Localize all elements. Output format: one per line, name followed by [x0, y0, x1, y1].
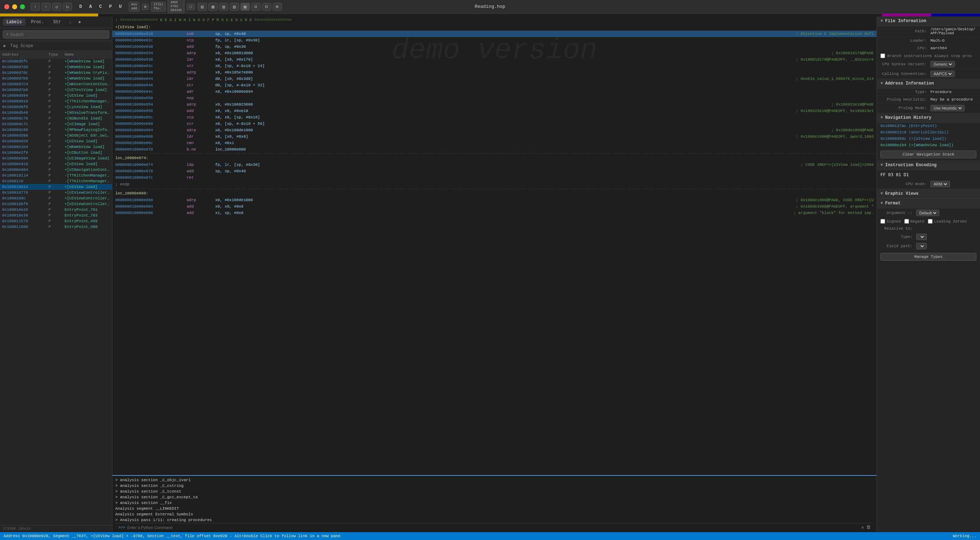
graphic-views-header[interactable]: ▼ Graphic Views — [877, 189, 980, 199]
nav-history-item[interactable]: 0x10000d59c (+[UIView load]) — [877, 135, 980, 142]
code-instruction[interactable]: 000000010000e068 ldr x8, [x8, #0x8] ; 0x… — [112, 133, 877, 140]
maximize-button[interactable] — [20, 4, 25, 9]
code-instruction[interactable]: 000000010000e050 nop — [112, 95, 877, 101]
label-table[interactable]: 0x10000d5fcP+[WKWebView load]0x10000d700… — [0, 59, 112, 525]
table-row[interactable]: 0x100011570PEntryPoint_459 — [0, 218, 112, 224]
argument-select[interactable]: Default — [918, 210, 937, 215]
code-instruction[interactable]: 000000010000e034 adrp x8, #0x10601d000 ;… — [112, 50, 877, 56]
file-info-header[interactable]: ▼ File Information — [877, 16, 980, 26]
table-row[interactable]: 0x10000dd88P+[NSObject bdr_swizz — [0, 133, 112, 138]
code-instruction[interactable]: 000000010000e060 str x0, [sp, #-0x10 + 5… — [112, 121, 877, 127]
console-clear-icon[interactable]: ✕ — [861, 525, 864, 530]
console-area[interactable]: > analysis section _C_objc_ivari> analys… — [112, 475, 877, 532]
table-row[interactable]: 0x100010dcP+[UIViewController lo — [0, 195, 112, 201]
table-row[interactable]: 0x10000d700P+[WKWebView load] — [0, 64, 112, 70]
table-row[interactable]: 0x10000dc80P+[MPNowPlayingInfoCer — [0, 127, 112, 133]
argument-select-wrap[interactable]: Default — [916, 210, 939, 216]
console-history-icon[interactable]: 🗑 — [866, 525, 871, 530]
code-instruction[interactable]: 000000010000e028 sub sp, sp, #0x40 ; Obj… — [112, 31, 877, 37]
table-row[interactable]: 0x10000db48P+[NSValueTransformer. — [0, 110, 112, 116]
toolbar-c-button[interactable]: C — [98, 4, 103, 9]
table-row[interactable]: 0x10000dc7cP+[UIImage load] — [0, 121, 112, 127]
nav-history-item[interactable]: 0x1000137ac (EntryPoint) — [877, 123, 980, 129]
table-row[interactable]: 0x10000e984P+[UINavigationContro — [0, 167, 112, 173]
table-row[interactable]: 0x10000e910P+[UIView load] — [0, 161, 112, 167]
code-instruction[interactable]: 000000010000e064 adrp x8, #0x108de1000 ;… — [112, 127, 877, 133]
layout-5-button[interactable]: ▩ — [240, 3, 250, 11]
search-input[interactable] — [10, 32, 106, 37]
nav-forward-button[interactable]: › — [41, 3, 51, 11]
addr-info-header[interactable]: ▼ Address Information — [877, 79, 980, 89]
close-button[interactable] — [4, 4, 9, 9]
grid-icon[interactable]: ⊞ — [142, 3, 149, 10]
code-instruction[interactable]: 000000010000e05c stp x8, x9, [sp, #0x18] — [112, 114, 877, 121]
leading-zeroes-checkbox[interactable] — [928, 219, 932, 224]
toolbar-p-button[interactable]: P — [107, 4, 113, 9]
func-icon[interactable]: 1f(b)f0u: — [151, 2, 165, 12]
table-row[interactable]: 0x10000dc78P+[NSBundle load] — [0, 116, 112, 121]
code-instruction[interactable]: 000000010000e084 add x0, x0, #0x8 ; 0x10… — [112, 203, 877, 210]
type-format-select-wrap[interactable] — [916, 233, 927, 240]
table-row[interactable]: 0x10000d70cP+[WKWebView tryFixWK — [0, 70, 112, 76]
table-row[interactable]: 0x10000d7p8P+[UITextView load] — [0, 87, 112, 93]
calling-conv-select[interactable]: AAPCS — [932, 71, 953, 76]
layout-8-button[interactable]: ⊞ — [273, 3, 282, 11]
nav-history-item[interactable]: 0x10000e1b4 (+[WKWebView load]) — [877, 142, 980, 148]
table-row[interactable]: 0x100010614P+[UIView load] — [0, 184, 112, 190]
layout-7-button[interactable]: ⊟ — [262, 3, 271, 11]
layout-1-button[interactable]: ▤ — [198, 3, 207, 11]
table-row[interactable]: 0x10000d884P+[UIView load] — [0, 93, 112, 98]
table-row[interactable]: 0x100010e28PEntryPoint_761 — [0, 207, 112, 213]
minimize-button[interactable] — [12, 4, 17, 9]
code-instruction[interactable]: 000000010000e070 b.ne loc_10000e080 — [112, 146, 877, 152]
layout-4-button[interactable]: ▨ — [230, 3, 239, 11]
prolog-mode-select-wrap[interactable]: Use Heuristic — [931, 105, 965, 111]
table-row[interactable]: 0x10000d7b0P+[WKWebView load] — [0, 76, 112, 81]
toolbar-a-button[interactable]: A — [88, 4, 94, 9]
undo-button[interactable]: ↺ — [52, 3, 61, 11]
table-row[interactable]: 0x100010778P+[UIViewController lo — [0, 190, 112, 195]
code-instruction[interactable]: 000000010000e080 adrp x0, #0x108de1000 ;… — [112, 197, 877, 203]
code-instruction[interactable]: 000000010000e048 str d0, [sp, #-0x10 + 3… — [112, 82, 877, 89]
field-path-select-wrap[interactable] — [916, 243, 927, 249]
code-area[interactable]: demo version ; ================ B E G I … — [112, 16, 877, 532]
signed-checkbox[interactable] — [880, 219, 885, 224]
code-instruction[interactable]: 000000010000e058 add x9, x9, #0xe18 ; 0x… — [112, 108, 877, 114]
console-input[interactable] — [127, 526, 861, 530]
redo-button[interactable]: ↻ — [63, 3, 72, 11]
code-instruction[interactable]: 000000010000e074 ldp fp, lr, [sp, #0x30]… — [112, 162, 877, 168]
format-header[interactable]: ▼ Format — [877, 199, 980, 208]
table-row[interactable]: 0x10000e2f8P+[UIButton load] — [0, 150, 112, 156]
nav-history-header[interactable]: ▼ Navigation History — [877, 113, 980, 123]
nav-back-button[interactable]: ‹ — [31, 3, 40, 11]
sidebar-tab-str[interactable]: Str — [49, 19, 65, 26]
instruction-encoding-header[interactable]: ▼ Instruction Encoding — [877, 160, 980, 170]
table-row[interactable]: 0x10001c0P-[TTKitchenManager _c — [0, 178, 112, 184]
layout-3-button[interactable]: ▧ — [219, 3, 228, 11]
dot-icon[interactable]: ● — [76, 19, 83, 26]
layout-2-button[interactable]: ▦ — [208, 3, 218, 11]
table-row[interactable]: 0x10000d910P+[TTKitchenManager lo — [0, 98, 112, 104]
code-instruction[interactable]: 000000010000e038 ldr x8, [x8, #0x178] ; … — [112, 56, 877, 63]
table-row[interactable]: 0x100010e30PEntryPoint_783 — [0, 213, 112, 218]
mov-add-icon[interactable]: movadd — [129, 2, 140, 12]
cpu-mode-select[interactable]: ARM — [932, 181, 948, 187]
code-instruction[interactable]: 000000010000e06c cmn x8, #0x1 — [112, 140, 877, 146]
table-row[interactable]: 0x100010114P-[TTKitchenManager ge — [0, 173, 112, 178]
negate-checkbox[interactable] — [904, 219, 909, 224]
toolbar-d-button[interactable]: D — [78, 4, 84, 9]
sidebar-tab-proc[interactable]: Proc. — [27, 19, 48, 26]
table-row[interactable]: 0x100011800PEntryPoint_460 — [0, 224, 112, 230]
code-instruction[interactable]: 000000010000e04c adr x8, #0x10000e094 — [112, 89, 877, 95]
table-row[interactable]: 0x10000d5fcP+[WKWebView load] — [0, 59, 112, 64]
nav-history-item[interactable]: 0x1000021c0 (aUsrliblibc1dyl) — [877, 129, 980, 135]
table-row[interactable]: 0x10000d7c4P+[WKUserContentContro — [0, 81, 112, 87]
code-instruction[interactable]: 000000010000e088 add x1, sp, #0x8 ; argu… — [112, 210, 877, 216]
tag-scope[interactable]: ▶ Tag Scope — [0, 41, 112, 51]
field-path-select[interactable] — [918, 244, 925, 249]
calling-conv-select-wrap[interactable]: AAPCS — [931, 71, 955, 77]
code-instruction[interactable]: 000000010000e030 add fp, sp, #0x30 — [112, 43, 877, 50]
manage-types-button[interactable]: Manage Types — [880, 253, 977, 261]
cpu-mode-select-wrap[interactable]: ARM — [931, 181, 950, 187]
addr-icon[interactable]: 405F3793384445 — [168, 0, 184, 14]
